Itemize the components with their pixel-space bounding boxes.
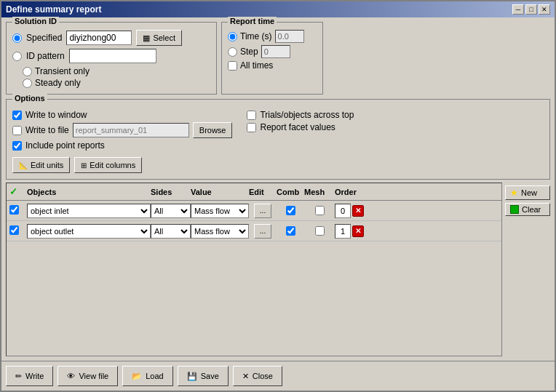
steady-label: Steady only <box>35 78 81 88</box>
write-button[interactable]: ✏ Write <box>6 366 53 386</box>
include-point-checkbox[interactable] <box>12 141 22 151</box>
edit-units-label: Edit units <box>31 161 63 169</box>
row2-object-select[interactable]: object outlet <box>27 224 151 239</box>
steady-row: Steady only <box>23 78 210 88</box>
time-s-radio[interactable] <box>228 32 237 41</box>
facet-label: Report facet values <box>260 122 335 132</box>
view-file-icon: 👁 <box>67 372 75 380</box>
row2-checkbox[interactable] <box>9 225 19 235</box>
write-window-checkbox[interactable] <box>12 111 22 120</box>
row1-sides-select[interactable]: All <box>151 204 191 218</box>
content-area: Solution ID Specified diyizhong00 ▦ Sele… <box>1 17 555 361</box>
row1-comb-checkbox[interactable] <box>286 206 295 215</box>
include-point-label: Include point reports <box>25 140 105 151</box>
all-times-row: All times <box>228 60 317 71</box>
options-col1: Write to window Write to file Browse Inc… <box>12 110 232 153</box>
steady-radio[interactable] <box>23 79 32 88</box>
step-radio[interactable] <box>228 47 237 57</box>
row1-value-select[interactable]: Mass flow <box>191 204 249 218</box>
row1-delete-button[interactable]: ✕ <box>352 205 364 217</box>
sidebar-buttons: ★ New Clear <box>505 183 550 356</box>
trials-checkbox[interactable] <box>247 111 256 120</box>
transient-label: Transient only <box>35 66 90 76</box>
close-icon: ✕ <box>242 372 249 381</box>
top-row: Solution ID Specified diyizhong00 ▦ Sele… <box>6 22 550 95</box>
row1-mesh-checkbox[interactable] <box>315 206 325 215</box>
row2-order-input[interactable] <box>335 224 351 239</box>
bottom-bar: ✏ Write 👁 View file 📂 Load 💾 Save ✕ Clos… <box>1 361 555 391</box>
table-container: ✓ Objects Sides Value Edit Comb Mesh Ord… <box>6 183 502 356</box>
trials-row: Trials/objects across top <box>247 110 354 120</box>
time-s-row: Time (s) <box>228 30 317 43</box>
id-pattern-radio[interactable] <box>12 52 22 61</box>
close-button[interactable]: ✕ Close <box>233 366 282 386</box>
edit-columns-button[interactable]: ⊞ Edit columns <box>74 157 142 173</box>
row2-order: ✕ <box>335 224 371 239</box>
row1-edit: ... <box>249 204 277 218</box>
save-label: Save <box>201 372 219 380</box>
window-title: Define summary report <box>6 4 101 15</box>
view-file-button[interactable]: 👁 View file <box>57 366 118 386</box>
table-header: ✓ Objects Sides Value Edit Comb Mesh Ord… <box>7 183 501 201</box>
row2-value-select[interactable]: Mass flow <box>191 224 249 239</box>
write-icon: ✏ <box>15 372 22 381</box>
row1-mesh <box>304 206 335 215</box>
specified-row: Specified diyizhong00 ▦ Select <box>12 30 210 46</box>
table-row: object inlet All Mass flow <box>7 201 501 221</box>
browse-label: Browse <box>199 126 226 135</box>
row1-comb <box>277 206 304 215</box>
table-body: object inlet All Mass flow <box>7 201 501 356</box>
load-icon: 📂 <box>132 372 142 381</box>
options-group: Options Write to window Write to file Br… <box>6 99 550 180</box>
time-s-input[interactable] <box>275 30 304 43</box>
row2-check <box>9 225 27 237</box>
specified-radio[interactable] <box>12 33 22 43</box>
specified-input[interactable]: diyizhong00 <box>66 31 132 45</box>
row2-comb-checkbox[interactable] <box>286 226 295 236</box>
row2-edit: ... <box>249 224 277 239</box>
solution-id-group: Solution ID Specified diyizhong00 ▦ Sele… <box>6 22 217 95</box>
row1-checkbox[interactable] <box>9 205 19 215</box>
write-label: Write <box>25 372 44 380</box>
clear-label: Clear <box>522 205 541 214</box>
file-path-input[interactable] <box>73 123 189 137</box>
load-button[interactable]: 📂 Load <box>122 366 172 386</box>
all-times-label: All times <box>240 60 273 71</box>
row2-sides: All <box>151 224 191 239</box>
row1-order-input[interactable] <box>335 204 351 218</box>
row1-object-select[interactable]: object inlet <box>27 204 151 218</box>
id-pattern-input[interactable] <box>69 49 156 63</box>
row2-sides-select[interactable]: All <box>151 224 191 239</box>
minimize-button[interactable]: ─ <box>512 4 524 15</box>
close-label: Close <box>253 372 273 380</box>
title-bar-buttons: ─ □ ✕ <box>512 4 550 15</box>
select-button[interactable]: ▦ Select <box>136 30 182 46</box>
close-window-button[interactable]: ✕ <box>539 4 550 15</box>
edit-units-icon: 📐 <box>19 161 28 169</box>
row1-order: ✕ <box>335 204 371 218</box>
save-button[interactable]: 💾 Save <box>178 366 229 386</box>
include-point-row: Include point reports <box>12 140 232 151</box>
maximize-button[interactable]: □ <box>525 4 537 15</box>
row2-mesh-checkbox[interactable] <box>315 226 325 236</box>
row2-value: Mass flow <box>191 224 249 239</box>
edit-units-button[interactable]: 📐 Edit units <box>12 157 70 173</box>
title-bar: Define summary report ─ □ ✕ <box>1 1 555 17</box>
options-label: Options <box>12 94 47 103</box>
row2-delete-button[interactable]: ✕ <box>352 225 364 237</box>
th-comb: Comb <box>277 188 304 196</box>
all-times-checkbox[interactable] <box>228 61 237 71</box>
options-col2: Trials/objects across top Report facet v… <box>247 110 354 153</box>
solution-id-label: Solution ID <box>12 17 59 25</box>
write-file-checkbox[interactable] <box>12 126 22 135</box>
row1-edit-button[interactable]: ... <box>254 204 271 218</box>
transient-radio[interactable] <box>23 67 32 76</box>
clear-button[interactable]: Clear <box>505 203 550 216</box>
new-button[interactable]: ★ New <box>505 185 550 200</box>
step-input[interactable] <box>261 45 290 58</box>
facet-checkbox[interactable] <box>247 123 256 132</box>
browse-button[interactable]: Browse <box>193 122 233 138</box>
th-edit: Edit <box>249 188 277 196</box>
row1-value: Mass flow <box>191 204 249 218</box>
row2-edit-button[interactable]: ... <box>254 224 271 239</box>
